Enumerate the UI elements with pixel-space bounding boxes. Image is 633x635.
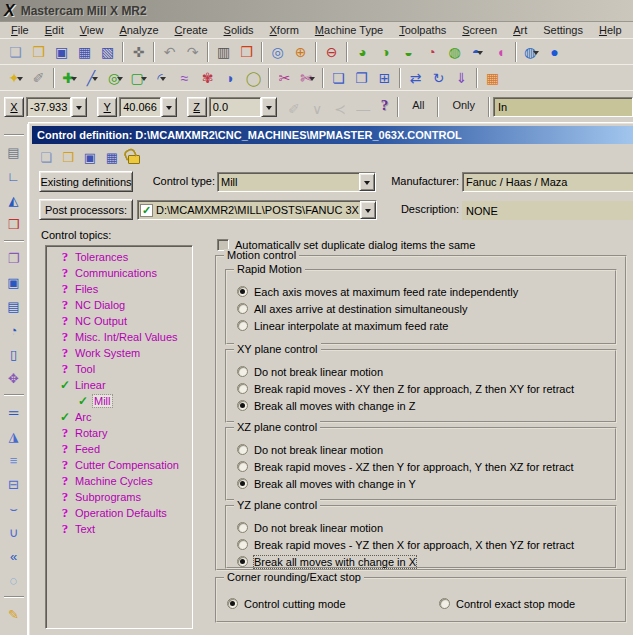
line-style-icon[interactable]: ✐ <box>283 97 306 120</box>
radio-break-rapid-moves-xz-then-y-for-approach-y-then-xz-for-retract[interactable]: Break rapid moves - XZ then Y for approa… <box>237 458 611 475</box>
cylinder-icon[interactable]: ▯ <box>3 342 25 366</box>
screen-grab-icon[interactable]: ▥ <box>212 40 235 63</box>
screen-copy-icon[interactable]: ❐ <box>3 246 25 270</box>
create-arc-icon[interactable]: ◎ <box>104 66 127 89</box>
radio-control-cutting-mode[interactable]: Control cutting mode <box>227 595 439 612</box>
radio-button-icon[interactable] <box>227 598 238 609</box>
trim-break-icon[interactable]: ✂ <box>273 66 296 89</box>
only-button[interactable]: Only <box>442 97 485 113</box>
radio-button-icon[interactable] <box>237 400 248 411</box>
gview-front-icon[interactable]: ◑ <box>374 40 397 63</box>
z-axis-button[interactable]: Z <box>187 97 207 117</box>
topic-operation-defaults[interactable]: ?Operation Defaults <box>46 505 192 521</box>
create-point-icon[interactable]: ✚ <box>58 66 81 89</box>
topic-nc-output[interactable]: ?NC Output <box>46 313 192 329</box>
gview-side-icon[interactable]: ◒ <box>397 40 420 63</box>
attributes-pencil-icon[interactable]: ✐ <box>27 66 50 89</box>
topic-linear[interactable]: ✓Linear <box>46 377 192 393</box>
edit-pencil-icon[interactable]: ✎ <box>3 602 25 626</box>
toolpath-manager-icon[interactable]: ∟ <box>3 164 25 188</box>
open-control-icon[interactable]: ❒ <box>57 147 79 167</box>
radio-do-not-break-linear-motion[interactable]: Do not break linear motion <box>237 363 611 380</box>
create-spline-icon[interactable]: ≈ <box>173 66 196 89</box>
gview-rotate-icon[interactable]: ◔ <box>420 40 443 63</box>
menu-analyze[interactable]: Analyze <box>112 24 165 36</box>
menu-settings[interactable]: Settings <box>536 24 590 36</box>
menu-toolpaths[interactable]: Toolpaths <box>392 24 453 36</box>
gview-sphere-icon[interactable]: ● <box>543 40 566 63</box>
radio-button-icon[interactable] <box>237 320 248 331</box>
shading-icon[interactable]: ✦ <box>4 66 27 89</box>
radio-break-rapid-moves-xy-then-z-for-approach-z-then-xy-for-retract[interactable]: Break rapid moves - XY then Z for approa… <box>237 380 611 397</box>
radio-linear-interpolate-at-maximum-feed-rate[interactable]: Linear interpolate at maximum feed rate <box>237 317 611 334</box>
save-control-icon[interactable]: ▣ <box>79 147 101 167</box>
y-axis-button[interactable]: Y <box>97 97 117 117</box>
topic-communications[interactable]: ?Communications <box>46 265 192 281</box>
all-button[interactable]: All <box>402 97 434 113</box>
unlock-icon[interactable] <box>123 147 145 167</box>
topic-work-system[interactable]: ?Work System <box>46 345 192 361</box>
zoom-target-icon[interactable]: ⊕ <box>289 40 312 63</box>
radio-do-not-break-linear-motion[interactable]: Do not break linear motion <box>237 441 611 458</box>
z-coordinate-field[interactable]: 0.0 <box>209 97 261 117</box>
grid-settings-icon[interactable]: ▦ <box>481 66 504 89</box>
menu-help[interactable]: Help <box>592 24 629 36</box>
stack-icon[interactable]: ⊟ <box>3 472 25 496</box>
curves-icon[interactable]: ≡ <box>3 448 25 472</box>
radio-button-icon[interactable] <box>237 539 248 550</box>
un-zoom-icon[interactable]: ⊖ <box>320 40 343 63</box>
fit-screen-icon[interactable]: ▣ <box>3 270 25 294</box>
zoom-window-icon[interactable]: ◎ <box>266 40 289 63</box>
post-processors-button[interactable]: Post processors: <box>39 199 133 220</box>
description-field[interactable]: NONE <box>462 201 633 220</box>
menu-art[interactable]: Art <box>506 24 534 36</box>
gview-top-icon[interactable]: ◕ <box>351 40 374 63</box>
radio-break-all-moves-with-change-in-y[interactable]: Break all moves with change in Y <box>237 475 611 492</box>
radio-each-axis-moves-at-maximum-feed-rate-independently[interactable]: Each axis moves at maximum feed rate ind… <box>237 283 611 300</box>
radio-button-icon[interactable] <box>237 478 248 489</box>
radio-button-icon[interactable] <box>237 383 248 394</box>
topic-nc-dialog[interactable]: ?NC Dialog <box>46 297 192 313</box>
window-titlebar[interactable]: X Mastercam Mill X MR2 <box>0 0 633 22</box>
join-icon[interactable]: ∪ <box>3 520 25 544</box>
planes-icon[interactable]: ◖ <box>489 40 512 63</box>
open-profile-icon[interactable]: ⌣ <box>3 496 25 520</box>
topic-misc-int-real-values[interactable]: ?Misc. Int/Real Values <box>46 329 192 345</box>
radio-button-icon[interactable] <box>237 461 248 472</box>
y-coordinate-field[interactable]: 40.066 <box>119 97 161 117</box>
save-some-icon[interactable]: ▧ <box>96 40 119 63</box>
create-rectangle-icon[interactable]: ▢ <box>127 66 150 89</box>
menu-solids[interactable]: Solids <box>217 24 261 36</box>
create-letters-icon[interactable]: ✾ <box>196 66 219 89</box>
combo-arrow-icon[interactable] <box>359 173 375 191</box>
combo-arrow-icon[interactable] <box>360 201 376 219</box>
x-coordinate-field[interactable]: -37.933 <box>26 97 71 117</box>
topic-text[interactable]: ?Text <box>46 521 192 537</box>
analyze-dynamic-icon[interactable]: ↻ <box>427 66 450 89</box>
gview-iso-icon[interactable]: ◍ <box>443 40 466 63</box>
help-icon[interactable]: ? <box>381 97 389 114</box>
menu-machine-type[interactable]: Machine Type <box>308 24 390 36</box>
topic-subprograms[interactable]: ?Subprograms <box>46 489 192 505</box>
y-dropdown-arrow[interactable] <box>161 97 177 117</box>
menu-file[interactable]: File <box>4 24 36 36</box>
existing-definitions-button[interactable]: Existing definitions <box>39 171 133 192</box>
topic-arc[interactable]: ✓Arc <box>46 409 192 425</box>
dialog-titlebar[interactable]: Control definition: D:\MCAMXMR2\CNC_MACH… <box>32 126 633 144</box>
topic-machine-cycles[interactable]: ?Machine Cycles <box>46 473 192 489</box>
menu-view[interactable]: View <box>73 24 111 36</box>
create-line-icon[interactable]: ╱ <box>81 66 104 89</box>
machine-def-icon[interactable]: ▤ <box>3 140 25 164</box>
xform-rotate-icon[interactable]: ❐ <box>350 66 373 89</box>
point-style-icon[interactable]: ∨ <box>306 97 329 120</box>
radio-button-icon[interactable] <box>237 366 248 377</box>
dashed-circle-icon[interactable]: ◌ <box>3 568 25 592</box>
wireframe-icon[interactable]: ═ <box>3 400 25 424</box>
line-width-icon[interactable]: — <box>352 97 375 120</box>
radio-button-icon[interactable] <box>237 303 248 314</box>
topic-tolerances[interactable]: ?Tolerances <box>46 249 192 265</box>
radio-do-not-break-linear-motion[interactable]: Do not break linear motion <box>237 519 611 536</box>
post-process-icon[interactable]: ❒ <box>3 212 25 236</box>
topic-mill[interactable]: ✓Mill <box>46 393 192 409</box>
create-primitive-icon[interactable]: ◯ <box>242 66 265 89</box>
